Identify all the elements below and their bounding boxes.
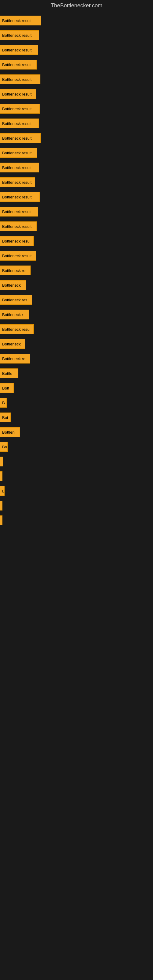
bar-label: Bottleneck resu — [2, 327, 30, 332]
bar-label: Bottleneck res — [2, 298, 27, 302]
bar-row: Bottleneck result — [0, 72, 153, 87]
bottleneck-bar[interactable]: Bottleneck result — [0, 119, 39, 128]
bottleneck-bar[interactable] — [0, 457, 3, 466]
bottleneck-bar[interactable]: B — [0, 486, 5, 496]
bar-label: Bottleneck result — [2, 151, 32, 155]
bottleneck-bar[interactable]: Bottleneck result — [0, 192, 40, 202]
bar-row: Bottlen — [0, 425, 153, 439]
bottleneck-bar[interactable]: Bottleneck result — [0, 104, 40, 114]
bar-label: Bottleneck result — [2, 107, 32, 111]
bottleneck-bar[interactable]: Bottleneck resu — [0, 236, 33, 246]
bar-label: Bottleneck re — [2, 268, 26, 273]
bar-row: Bottle — [0, 366, 153, 381]
bar-row: Bottleneck result — [0, 87, 153, 101]
bar-row — [0, 513, 153, 528]
bottleneck-bar[interactable] — [0, 515, 2, 525]
bottleneck-bar[interactable]: Bottleneck result — [0, 177, 35, 187]
bar-label: Bottleneck result — [2, 92, 32, 97]
bar-row: Bottleneck result — [0, 160, 153, 175]
bottleneck-bar[interactable]: Bot — [0, 412, 11, 422]
bar-row: Bott — [0, 381, 153, 395]
bar-row: B — [0, 395, 153, 410]
bar-label: B — [2, 401, 5, 405]
bottleneck-bar[interactable]: B — [0, 398, 7, 407]
bar-row: Bottleneck result — [0, 28, 153, 43]
bottleneck-bar[interactable]: Bottleneck result — [0, 148, 37, 158]
bar-row: Bottleneck r — [0, 307, 153, 322]
bar-row: Bottleneck result — [0, 101, 153, 116]
bar-row: Bottleneck res — [0, 293, 153, 307]
bar-label: Bottleneck result — [2, 136, 32, 140]
bar-row: Bottleneck resu — [0, 322, 153, 337]
bottleneck-bar[interactable] — [0, 501, 2, 511]
bar-row: Bottleneck result — [0, 131, 153, 145]
bottleneck-bar[interactable]: Bottleneck result — [0, 133, 41, 143]
bar-row: Bottleneck result — [0, 13, 153, 28]
bottleneck-bar[interactable]: Bottleneck result — [0, 45, 38, 55]
bar-label: Bo — [2, 445, 7, 449]
bar-label: Bottleneck r — [2, 312, 23, 317]
bar-label: Bottleneck result — [2, 48, 32, 52]
bar-label: B — [2, 489, 5, 493]
bottleneck-bar[interactable]: Bottleneck — [0, 280, 26, 290]
bottleneck-bar[interactable]: Bottle — [0, 368, 18, 378]
bottleneck-bar[interactable]: Bottleneck result — [0, 89, 36, 99]
bar-label: Bottleneck result — [2, 195, 32, 199]
bar-row: Bottleneck re — [0, 351, 153, 366]
bar-label: Bottlen — [2, 430, 14, 434]
bottleneck-bar[interactable]: Bottleneck res — [0, 295, 32, 305]
bar-label: Bottleneck result — [2, 210, 32, 214]
bar-row: Bottleneck resu — [0, 234, 153, 248]
bottleneck-bar[interactable]: Bottleneck result — [0, 75, 40, 84]
bars-container: Bottleneck resultBottleneck resultBottle… — [0, 10, 153, 528]
bar-label: Bottleneck result — [2, 224, 32, 229]
bar-label: Bottleneck result — [2, 77, 32, 82]
bar-label: Bottleneck result — [2, 254, 32, 258]
bar-label: Bottleneck result — [2, 180, 32, 185]
bottleneck-bar[interactable]: Bottleneck resu — [0, 324, 33, 334]
bar-row: Bottleneck re — [0, 263, 153, 278]
bar-row: Bottleneck — [0, 337, 153, 351]
bottleneck-bar[interactable]: Bott — [0, 383, 14, 393]
title-text: TheBottlenecker.com — [51, 2, 102, 9]
bar-row: Bo — [0, 439, 153, 454]
bar-label: Bottleneck — [2, 283, 21, 288]
bar-row — [0, 498, 153, 513]
bar-label: Bottleneck result — [2, 33, 32, 38]
bar-label: Bottleneck result — [2, 18, 32, 23]
bar-row: Bottleneck result — [0, 145, 153, 160]
bar-row: Bottleneck result — [0, 57, 153, 72]
bottleneck-bar[interactable]: Bottleneck result — [0, 251, 36, 261]
bar-label: Bot — [2, 415, 8, 420]
bottleneck-bar[interactable]: Bo — [0, 442, 8, 452]
bottleneck-bar[interactable]: Bottlen — [0, 427, 20, 437]
bar-label: Bottleneck re — [2, 356, 26, 361]
bar-label: Bottleneck — [2, 342, 21, 346]
bottleneck-bar[interactable]: Bottleneck — [0, 339, 25, 349]
bottleneck-bar[interactable]: Bottleneck result — [0, 162, 39, 172]
bar-row — [0, 454, 153, 469]
bar-row: Bottleneck result — [0, 116, 153, 131]
bottleneck-bar[interactable]: Bottleneck r — [0, 310, 29, 320]
bar-row: Bottleneck result — [0, 175, 153, 189]
bottleneck-bar[interactable]: Bottleneck re — [0, 266, 30, 275]
bottleneck-bar[interactable]: Bottleneck result — [0, 207, 38, 216]
bar-row: Bottleneck result — [0, 189, 153, 204]
bar-row: Bot — [0, 410, 153, 425]
bar-row — [0, 469, 153, 484]
bar-row: B — [0, 484, 153, 498]
bottleneck-bar[interactable]: Bottleneck result — [0, 221, 37, 231]
bar-label: Bottle — [2, 371, 12, 376]
bar-row: Bottleneck — [0, 278, 153, 293]
bar-label: Bott — [2, 386, 9, 390]
bar-label: Bottleneck result — [2, 121, 32, 126]
bottleneck-bar[interactable]: Bottleneck re — [0, 354, 30, 364]
bar-label: Bottleneck result — [2, 62, 32, 67]
bar-label: Bottleneck result — [2, 165, 32, 170]
bottleneck-bar[interactable]: Bottleneck result — [0, 60, 37, 70]
bar-label: Bottleneck resu — [2, 239, 30, 243]
bottleneck-bar[interactable] — [0, 471, 2, 481]
bottleneck-bar[interactable]: Bottleneck result — [0, 16, 41, 25]
bar-row: Bottleneck result — [0, 248, 153, 263]
bottleneck-bar[interactable]: Bottleneck result — [0, 30, 39, 40]
